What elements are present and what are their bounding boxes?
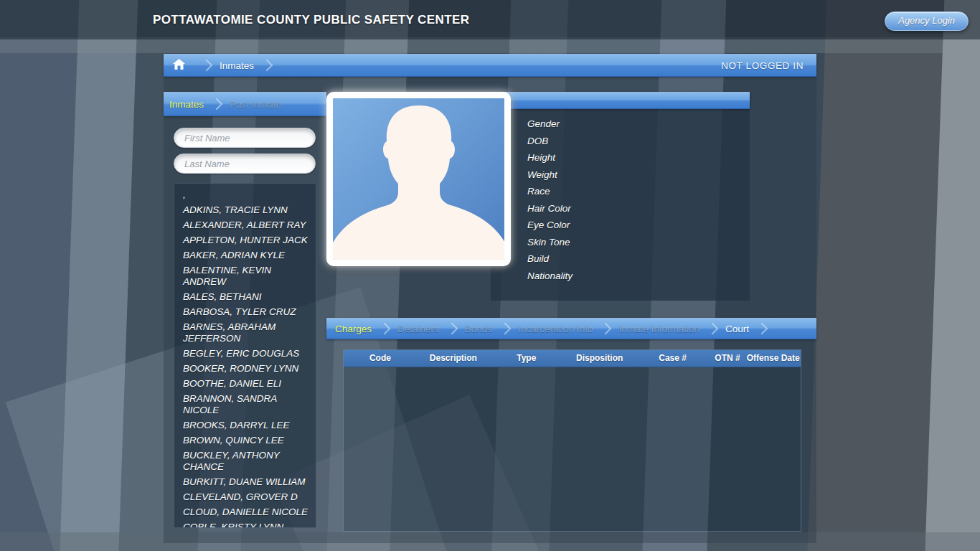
home-icon bbox=[173, 59, 185, 72]
attribute-label: Eye Color bbox=[527, 217, 573, 234]
sidebar-tabs: Inmates Past Inmate bbox=[164, 92, 326, 116]
chevron-separator-icon bbox=[379, 323, 391, 335]
list-item[interactable]: CLOUD, DANIELLE NICOLE bbox=[174, 505, 316, 520]
chevron-separator-icon bbox=[499, 323, 512, 335]
chevron-separator-icon bbox=[706, 323, 718, 335]
detail-tab-label: Detainers bbox=[397, 324, 439, 334]
detail-tabs: Charges Detainers Bonds Incarceration In… bbox=[326, 318, 816, 339]
list-item[interactable]: BOOTHE, DANIEL ELI bbox=[174, 377, 316, 392]
agency-login-button[interactable]: Agency Login bbox=[885, 11, 969, 31]
list-item[interactable]: BARNES, ABRAHAM JEFFERSON bbox=[174, 320, 316, 347]
list-item[interactable]: BALES, BETHANI bbox=[174, 290, 316, 305]
list-item[interactable]: BRANNON, SANDRA NICOLE bbox=[174, 392, 316, 418]
list-item[interactable]: , bbox=[174, 188, 316, 203]
inmate-photo-placeholder bbox=[326, 92, 511, 266]
breadcrumb: Inmates NOT LOGGED IN bbox=[164, 54, 816, 77]
charges-table-body bbox=[344, 367, 801, 532]
sidebar-tab[interactable]: Past Inmate bbox=[230, 99, 281, 110]
chevron-separator-icon bbox=[600, 323, 612, 335]
attribute-label: Hair Color bbox=[527, 200, 573, 217]
attribute-label: Weight bbox=[527, 166, 573, 184]
list-item[interactable]: BARBOSA, TYLER CRUZ bbox=[174, 305, 316, 320]
login-status-text: NOT LOGGED IN bbox=[721, 60, 804, 71]
sidebar-tab[interactable]: Inmates bbox=[169, 99, 230, 110]
list-item[interactable]: BURKITT, DUANE WILLIAM bbox=[174, 475, 316, 490]
detail-tab[interactable]: Charges bbox=[335, 324, 397, 334]
inmate-detail-area: GenderDOBHeightWeightRaceHair ColorEye C… bbox=[326, 92, 816, 543]
detail-tab[interactable]: Court bbox=[725, 324, 775, 334]
inmate-list: ,ADKINS, TRACIE LYNNALEXANDER, ALBERT RA… bbox=[174, 183, 316, 528]
list-item[interactable]: CLEVELAND, GROVER D bbox=[174, 490, 316, 505]
column-header: Code bbox=[344, 350, 417, 367]
attribute-label: Gender bbox=[527, 116, 573, 133]
chevron-separator-icon bbox=[261, 60, 273, 72]
chevron-separator-icon bbox=[755, 323, 768, 335]
charges-table: CodeDescriptionTypeDispositionCase #OTN … bbox=[343, 349, 801, 532]
content-wrapper: Inmates NOT LOGGED IN Inmates Past Inmat… bbox=[164, 54, 816, 543]
attribute-label: Build bbox=[527, 250, 573, 268]
list-item[interactable]: BROOKS, DARRYL LEE bbox=[174, 418, 316, 433]
attribute-label: Height bbox=[527, 149, 573, 166]
list-item[interactable]: BALENTINE, KEVIN ANDREW bbox=[174, 263, 316, 290]
sidebar-tab-label: Past Inmate bbox=[230, 99, 281, 110]
breadcrumb-item-inmates[interactable]: Inmates bbox=[220, 60, 254, 71]
attribute-label: Nationality bbox=[527, 268, 573, 285]
person-silhouette-icon bbox=[333, 98, 504, 260]
charges-table-header: CodeDescriptionTypeDispositionCase #OTN … bbox=[344, 350, 801, 367]
inmate-sidebar: Inmates Past Inmate ,ADKINS, TRACIE LYNN… bbox=[164, 92, 326, 543]
column-header: Type bbox=[490, 350, 563, 367]
list-item[interactable]: BROWN, QUINCY LEE bbox=[174, 433, 316, 448]
detail-tab[interactable]: Inmate Information bbox=[618, 324, 725, 334]
attributes-panel-header bbox=[491, 92, 750, 109]
list-item[interactable]: COBLE, KRISTY LYNN bbox=[174, 520, 316, 528]
chevron-separator-icon bbox=[446, 323, 458, 335]
list-item[interactable]: ALEXANDER, ALBERT RAY bbox=[174, 218, 316, 233]
column-header: OTN # bbox=[710, 350, 746, 367]
detail-tab-label: Incarceration Info bbox=[518, 324, 593, 334]
home-button[interactable] bbox=[164, 55, 194, 76]
sidebar-tab-label: Inmates bbox=[169, 99, 204, 110]
column-header: Case # bbox=[636, 350, 710, 367]
detail-tab[interactable]: Bonds bbox=[465, 324, 518, 334]
column-header: Offense Date bbox=[745, 350, 800, 367]
detail-tab-label: Inmate Information bbox=[618, 324, 699, 334]
detail-tab[interactable]: Incarceration Info bbox=[518, 324, 618, 334]
list-item[interactable]: APPLETON, HUNTER JACK bbox=[174, 233, 316, 248]
last-name-input[interactable] bbox=[174, 154, 316, 174]
detail-tab-label: Charges bbox=[335, 324, 372, 334]
column-header: Description bbox=[417, 350, 490, 367]
list-item[interactable]: BUCKLEY, ANTHONY CHANCE bbox=[174, 448, 316, 475]
list-item[interactable]: BAKER, ADRIAN KYLE bbox=[174, 248, 316, 263]
list-item[interactable]: ADKINS, TRACIE LYNN bbox=[174, 203, 316, 218]
attribute-label: Skin Tone bbox=[527, 234, 573, 251]
page-title: POTTAWATOMIE COUNTY PUBLIC SAFETY CENTER bbox=[153, 13, 469, 27]
attribute-field-list: GenderDOBHeightWeightRaceHair ColorEye C… bbox=[527, 116, 573, 284]
inmate-attributes-panel: GenderDOBHeightWeightRaceHair ColorEye C… bbox=[491, 92, 750, 301]
chevron-separator-icon bbox=[211, 98, 223, 110]
detail-tab-label: Bonds bbox=[465, 324, 492, 334]
list-item[interactable]: BOOKER, RODNEY LYNN bbox=[174, 362, 316, 377]
attribute-label: Race bbox=[527, 183, 573, 200]
attribute-label: DOB bbox=[527, 133, 573, 150]
column-header: Disposition bbox=[563, 350, 636, 367]
site-header: POTTAWATOMIE COUNTY PUBLIC SAFETY CENTER… bbox=[0, 0, 980, 39]
detail-tab-label: Court bbox=[725, 324, 749, 334]
list-item[interactable]: BEGLEY, ERIC DOUGLAS bbox=[174, 347, 316, 362]
detail-tab[interactable]: Detainers bbox=[397, 324, 465, 334]
chevron-separator-icon bbox=[201, 60, 213, 72]
first-name-input[interactable] bbox=[174, 128, 316, 148]
inmate-search-form bbox=[174, 128, 316, 179]
